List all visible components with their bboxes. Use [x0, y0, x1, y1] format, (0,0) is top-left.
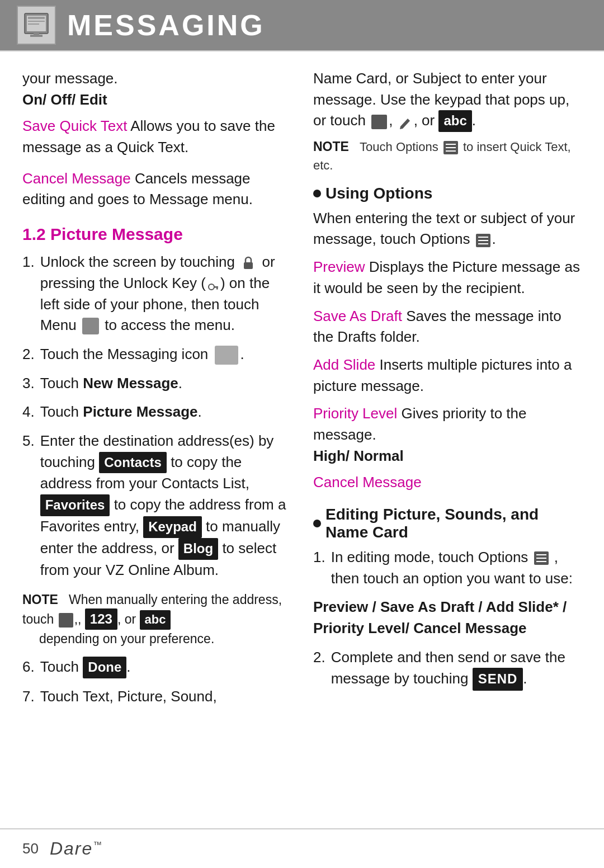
high-normal-label: High/ Normal	[313, 447, 404, 464]
edit-step-1: 1. In editing mode, touch Options , then…	[313, 547, 582, 589]
note-label: NOTE	[22, 592, 58, 607]
note-block: NOTE When manually entering the address,…	[22, 591, 291, 648]
preview-label: Preview	[313, 258, 365, 275]
step-7: 7. Touch Text, Picture, Sound,	[22, 686, 291, 707]
svg-rect-9	[214, 286, 218, 288]
picture-message-label: Picture Message	[83, 403, 197, 420]
num123-btn: 123	[85, 608, 117, 630]
contacts-button[interactable]: Contacts	[99, 452, 167, 474]
right-intro: Name Card, or Subject to enter your mess…	[313, 68, 582, 132]
step-4: 4. Touch Picture Message.	[22, 402, 291, 423]
new-message-label: New Message	[83, 375, 178, 391]
add-slide-text: Add Slide Inserts multiple pictures into…	[313, 355, 582, 397]
messaging-icon	[215, 346, 238, 365]
main-content: your message. On/ Off/ Edit Save Quick T…	[0, 51, 604, 727]
options-icon-note	[443, 141, 458, 154]
edit-steps-list: 1. In editing mode, touch Options , then…	[313, 547, 582, 589]
abc-btn-note: abc	[140, 610, 171, 630]
intro-text: your message. On/ Off/ Edit	[22, 68, 291, 110]
right-note-text: Touch Options to insert Quick Text, etc.	[313, 140, 571, 172]
step-1: 1. Unlock the screen by touching or pres…	[22, 252, 291, 336]
save-quick-text-label: Save Quick Text	[22, 117, 127, 134]
bullet-dot	[313, 190, 321, 197]
svg-rect-7	[244, 262, 253, 269]
header-icon	[17, 6, 56, 45]
add-slide-label: Add Slide	[313, 356, 375, 373]
note-text: When manually entering the address, touc…	[22, 592, 282, 646]
step-2: 2. Touch the Messaging icon .	[22, 344, 291, 365]
options-icon-edit	[534, 551, 549, 565]
on-off-edit-label: On/ Off/ Edit	[22, 91, 107, 108]
cancel-message-label: Cancel Message	[22, 170, 131, 187]
priority-level-label: Priority Level	[313, 405, 397, 422]
done-button[interactable]: Done	[83, 657, 126, 678]
abc-button: abc	[438, 110, 471, 132]
svg-rect-3	[28, 21, 45, 22]
grid-icon-note	[59, 613, 73, 628]
cancel-message-2: Cancel Message	[313, 472, 582, 493]
cancel-message-label-2: Cancel Message	[313, 474, 422, 490]
send-button[interactable]: SEND	[473, 668, 523, 691]
steps-list: 1. Unlock the screen by touching or pres…	[22, 252, 291, 581]
page-number: 50	[22, 840, 39, 857]
save-as-draft-label: Save As Draft	[313, 308, 402, 324]
pencil-icon	[399, 115, 412, 129]
svg-rect-2	[28, 17, 45, 19]
menu-grid-icon	[82, 318, 99, 334]
svg-point-8	[209, 284, 214, 290]
right-note-label: NOTE	[313, 139, 349, 154]
svg-rect-6	[34, 33, 39, 35]
favorites-button[interactable]: Favorites	[40, 494, 110, 516]
blog-button[interactable]: Blog	[178, 538, 218, 560]
right-note-block: NOTE Touch Options to insert Quick Text,…	[313, 138, 582, 174]
step-5: 5. Enter the destination address(es) by …	[22, 431, 291, 581]
edit-steps-list-2: 2. Complete and then send or save the me…	[313, 647, 582, 691]
svg-rect-10	[216, 287, 218, 289]
step-6: 6. Touch Done.	[22, 657, 291, 678]
preview-text: Preview Displays the Picture message as …	[313, 257, 582, 299]
using-options-heading: Using Options	[313, 185, 582, 202]
keypad-button[interactable]: Keypad	[143, 516, 202, 538]
save-as-draft-text: Save As Draft Saves the message into the…	[313, 306, 582, 348]
cancel-message-para: Cancel Message Cancels message editing a…	[22, 168, 291, 210]
page-title: MESSAGING	[67, 8, 265, 42]
page-footer: 50 Dare™	[0, 828, 604, 868]
lock-icon	[240, 255, 256, 271]
steps-list-2: 6. Touch Done. 7. Touch Text, Picture, S…	[22, 657, 291, 707]
page-header: MESSAGING	[0, 0, 604, 50]
key-icon	[207, 278, 219, 290]
edit-step-2: 2. Complete and then send or save the me…	[313, 647, 582, 691]
right-column: Name Card, or Subject to enter your mess…	[313, 68, 582, 715]
section-heading: 1.2 Picture Message	[22, 225, 291, 244]
priority-level-text: Priority Level Gives priority to the mes…	[313, 403, 582, 466]
editing-heading: Editing Picture, Sounds, and Name Card	[313, 506, 582, 541]
bullet-dot-2	[313, 520, 321, 527]
preview-save-heading: Preview / Save As Draft / Add Slide* / P…	[313, 597, 582, 639]
svg-rect-4	[28, 23, 39, 25]
options-icon-inline	[476, 234, 490, 247]
using-options-text: When entering the text or subject of you…	[313, 208, 582, 250]
step-3: 3. Touch New Message.	[22, 373, 291, 394]
save-quick-text-para: Save Quick Text Allows you to save the m…	[22, 116, 291, 158]
grid-icon-right	[371, 115, 387, 129]
brand-name: Dare™	[50, 838, 103, 859]
left-column: your message. On/ Off/ Edit Save Quick T…	[22, 68, 291, 715]
